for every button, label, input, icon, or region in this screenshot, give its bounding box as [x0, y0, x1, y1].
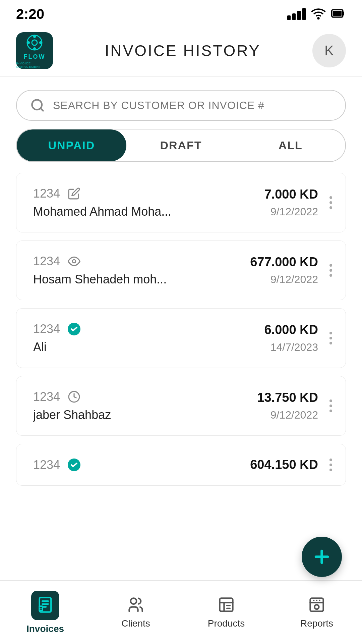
invoice-row[interactable]: 1234 jaber Shahbaz 13.750 KD 9/12/2022 [16, 376, 346, 436]
status-icons [287, 6, 346, 22]
signal-icon [287, 8, 306, 20]
tab-draft[interactable]: DRAFT [126, 129, 236, 161]
invoice-right: 7.000 KD 9/12/2022 [264, 187, 332, 218]
svg-point-7 [27, 41, 30, 44]
add-invoice-button[interactable] [302, 537, 342, 577]
nav-reports[interactable]: Reports [272, 591, 362, 634]
check-circle-icon [67, 322, 81, 336]
products-icon [218, 596, 235, 615]
svg-point-4 [32, 40, 37, 45]
invoice-row[interactable]: 1234 Hosam Shehadeh moh... 677.000 KD 9/… [16, 240, 346, 300]
clients-icon [127, 596, 144, 615]
invoice-right: 13.750 KD 9/12/2022 [257, 390, 332, 421]
invoice-customer: Hosam Shehadeh moh... [33, 272, 167, 286]
avatar[interactable]: K [312, 34, 346, 67]
nav-products-label: Products [208, 618, 245, 629]
check-circle-icon [67, 458, 81, 472]
reports-icon [308, 596, 325, 615]
nav-products[interactable]: Products [181, 591, 272, 634]
invoice-info: 1234 [33, 458, 81, 472]
invoice-row[interactable]: 1234 604.150 KD [16, 444, 346, 486]
svg-point-8 [39, 41, 42, 44]
svg-point-11 [72, 260, 76, 263]
more-options[interactable] [326, 196, 332, 209]
invoice-row[interactable]: 1234 Ali 6.000 KD 14/7/2023 [16, 308, 346, 368]
invoice-amount: 604.150 KD [250, 458, 318, 472]
nav-clients[interactable]: Clients [90, 591, 181, 634]
more-options[interactable] [326, 399, 332, 412]
invoice-date: 9/12/2022 [270, 273, 318, 286]
svg-rect-21 [39, 605, 43, 611]
invoice-info: 1234 jaber Shahbaz [33, 390, 111, 422]
invoice-customer: Mohamed Ahmad Moha... [33, 205, 171, 219]
search-bar[interactable] [16, 90, 346, 121]
nav-clients-label: Clients [121, 618, 150, 629]
svg-point-5 [33, 35, 36, 38]
invoice-amount: 13.750 KD [257, 390, 318, 405]
edit-icon [67, 187, 81, 200]
invoice-amount: 7.000 KD [264, 187, 318, 202]
invoice-date: 9/12/2022 [270, 206, 318, 218]
invoice-date: 14/7/2023 [270, 341, 318, 354]
logo-text: FLOW [24, 53, 46, 60]
more-options[interactable] [326, 264, 332, 277]
nav-invoices[interactable]: Invoices [0, 585, 90, 640]
invoice-id: 1234 [33, 322, 60, 336]
wifi-icon [311, 6, 326, 22]
eye-icon [67, 255, 81, 268]
invoice-right: 677.000 KD 9/12/2022 [250, 255, 332, 286]
invoice-customer: jaber Shahbaz [33, 408, 111, 422]
search-input[interactable] [53, 99, 332, 112]
filter-tabs: UNPAID DRAFT ALL [16, 129, 346, 162]
svg-rect-2 [333, 11, 342, 16]
svg-point-6 [33, 47, 36, 50]
tab-unpaid[interactable]: UNPAID [17, 129, 126, 161]
invoice-id: 1234 [33, 186, 60, 201]
logo-sub: INVOICE MANAGEMENT [16, 62, 53, 68]
app-logo[interactable]: FLOW INVOICE MANAGEMENT [16, 32, 53, 69]
invoice-id: 1234 [33, 254, 60, 268]
clock-icon [67, 390, 81, 404]
invoice-customer: Ali [33, 340, 81, 354]
invoice-amount: 677.000 KD [250, 255, 318, 269]
invoice-right: 604.150 KD [250, 458, 332, 472]
more-options[interactable] [326, 332, 332, 344]
bottom-nav: Invoices Clients Products [0, 580, 362, 644]
nav-reports-label: Reports [300, 618, 333, 629]
invoice-id: 1234 [33, 390, 60, 404]
tab-all[interactable]: ALL [236, 129, 345, 161]
header: FLOW INVOICE MANAGEMENT INVOICE HISTORY … [0, 25, 362, 76]
invoice-id: 1234 [33, 458, 60, 472]
status-bar: 2:20 [0, 0, 362, 25]
invoice-right: 6.000 KD 14/7/2023 [264, 323, 332, 354]
invoice-list: 1234 Mohamed Ahmad Moha... 7.000 KD 9/12… [0, 173, 362, 494]
invoice-date: 9/12/2022 [270, 409, 318, 421]
invoice-info: 1234 Ali [33, 322, 81, 354]
svg-point-24 [131, 598, 136, 604]
battery-icon [331, 6, 346, 22]
more-options[interactable] [326, 459, 332, 471]
nav-invoices-label: Invoices [26, 624, 64, 634]
status-time: 2:20 [16, 6, 44, 22]
search-container [0, 76, 362, 129]
search-icon [30, 98, 45, 113]
invoice-amount: 6.000 KD [264, 323, 318, 337]
invoice-info: 1234 Mohamed Ahmad Moha... [33, 186, 171, 219]
svg-rect-25 [220, 598, 233, 611]
svg-point-0 [318, 18, 319, 19]
svg-line-10 [41, 108, 43, 111]
page-title: INVOICE HISTORY [105, 42, 261, 60]
invoices-icon [31, 591, 59, 620]
invoice-row[interactable]: 1234 Mohamed Ahmad Moha... 7.000 KD 9/12… [16, 173, 346, 232]
invoice-info: 1234 Hosam Shehadeh moh... [33, 254, 167, 286]
